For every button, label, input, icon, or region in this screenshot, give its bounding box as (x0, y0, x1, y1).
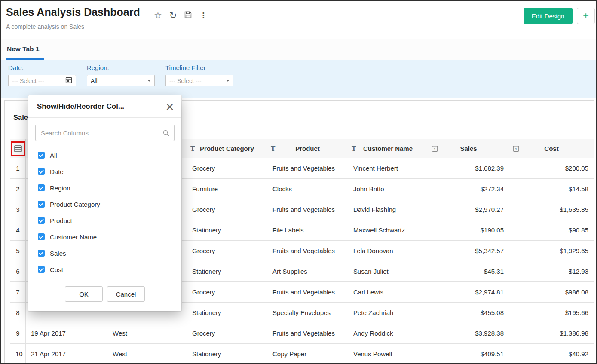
page-subtitle: A complete analysis on Sales (6, 23, 84, 30)
show-hide-reorder-dialog: Show/Hide/Reorder Col... × All Date Regi… (28, 95, 181, 311)
timeline-filter-label: Timeline Filter (165, 64, 233, 71)
column-option[interactable]: Sales (35, 245, 175, 261)
column-header-customer-name[interactable]: T Customer Name (348, 139, 428, 158)
sales-cell: $2,974.81 (428, 282, 509, 303)
column-header-product-category[interactable]: T Product Category (187, 139, 267, 158)
ok-button[interactable]: OK (65, 286, 103, 302)
product-cell: Fruits and Vegetables (267, 199, 348, 220)
sales-cell: $190.05 (428, 220, 509, 241)
row-number-cell: 5 (10, 241, 26, 261)
checkbox-checked-icon[interactable] (38, 152, 45, 159)
column-option[interactable]: All (35, 147, 175, 163)
tab-bar: New Tab 1 (1, 39, 596, 60)
app-window: Sales Analysis Dashboard A complete anal… (0, 0, 597, 364)
column-header-cost[interactable]: 1 Cost (509, 139, 594, 158)
date-filter-value: --- Select --- (12, 77, 44, 84)
cost-cell: $1,386.98 (509, 323, 594, 344)
product-category-cell: Grocery (187, 282, 267, 303)
row-number-cell: 8 (10, 303, 26, 323)
cost-cell: $14.58 (509, 179, 594, 199)
product-cell: Fruits and Vegetables (267, 323, 348, 344)
dialog-footer: OK Cancel (28, 280, 181, 311)
date-filter-group: Date: --- Select --- (8, 64, 76, 86)
refresh-icon[interactable]: ↻ (169, 11, 177, 20)
add-button[interactable]: + (577, 8, 595, 24)
number-type-icon: 1 (513, 145, 519, 152)
column-option-label: Region (50, 184, 70, 192)
product-category-cell: Stationery (187, 344, 267, 364)
product-cell: Art Supplies (267, 261, 348, 282)
text-type-icon: T (352, 145, 356, 152)
customer-name-cell: Venus Powell (348, 344, 428, 364)
customer-name-cell: Pete Zachriah (348, 303, 428, 323)
timeline-filter-value: --- Select --- (169, 77, 202, 84)
checkbox-checked-icon[interactable] (38, 217, 45, 224)
text-type-icon: T (271, 145, 275, 152)
cost-cell: $90.85 (509, 220, 594, 241)
timeline-filter-select[interactable]: --- Select --- (165, 75, 233, 86)
star-icon[interactable]: ☆ (154, 11, 162, 20)
kebab-menu-icon[interactable]: ⋮ (199, 12, 207, 19)
checkbox-checked-icon[interactable] (38, 201, 45, 208)
product-category-cell: Grocery (187, 199, 267, 220)
sales-cell: $2,970.27 (428, 199, 509, 220)
edit-design-button[interactable]: Edit Design (524, 8, 573, 24)
checkbox-checked-icon[interactable] (38, 233, 45, 240)
column-header-sales[interactable]: 1 Sales (428, 139, 509, 158)
row-number-cell: 10 (10, 344, 26, 364)
save-icon[interactable] (184, 11, 192, 21)
date-filter-select[interactable]: --- Select --- (8, 75, 76, 86)
calendar-icon[interactable] (65, 76, 72, 85)
column-header-label: Customer Name (363, 145, 413, 152)
region-filter-label: Region: (87, 64, 155, 71)
column-option[interactable]: Date (35, 163, 175, 180)
sales-cell: $3,928.38 (428, 323, 509, 344)
product-cell: File Labels (267, 220, 348, 241)
column-option[interactable]: Cost (35, 261, 175, 278)
table-row[interactable]: 10 21 Apr 2017 West Stationery Copy Pape… (10, 344, 594, 364)
cost-cell: $986.08 (509, 282, 594, 303)
column-option[interactable]: Customer Name (35, 229, 175, 245)
svg-text:1: 1 (515, 147, 517, 151)
product-cell: Fruits and Vegetables (267, 241, 348, 261)
column-option-label: Date (50, 168, 64, 175)
region-filter-group: Region: All (87, 64, 155, 86)
date-filter-label: Date: (8, 64, 76, 71)
number-type-icon: 1 (432, 145, 438, 152)
tab-new-tab-1[interactable]: New Tab 1 (6, 39, 44, 60)
dialog-body: All Date Region Product Category Product… (28, 118, 181, 280)
chevron-down-icon (226, 80, 230, 82)
column-option[interactable]: Product Category (35, 196, 175, 212)
checkbox-checked-icon[interactable] (38, 266, 45, 273)
table-row[interactable]: 9 19 Apr 2017 West Grocery Fruits and Ve… (10, 323, 594, 344)
product-category-cell: Grocery (187, 241, 267, 261)
region-filter-select[interactable]: All (87, 75, 155, 86)
sales-cell: $455.08 (428, 303, 509, 323)
cost-cell: $1,929.65 (509, 241, 594, 261)
cancel-button[interactable]: Cancel (107, 286, 145, 302)
row-number-cell: 7 (10, 282, 26, 303)
row-number-cell: 6 (10, 261, 26, 282)
sales-cell: $45.31 (428, 261, 509, 282)
cost-cell: $12.93 (509, 261, 594, 282)
region-cell: West (107, 323, 187, 344)
search-columns-input[interactable] (36, 125, 174, 141)
product-cell: Fruits and Vegetables (267, 282, 348, 303)
close-icon[interactable]: × (165, 101, 175, 112)
checkbox-checked-icon[interactable] (38, 250, 45, 257)
date-cell: 21 Apr 2017 (26, 344, 107, 364)
customer-name-cell: Andy Roddick (348, 323, 428, 344)
sales-cell: $1,682.39 (428, 158, 509, 179)
product-category-cell: Grocery (187, 323, 267, 344)
column-option[interactable]: Region (35, 180, 175, 196)
row-number-cell: 1 (10, 158, 26, 179)
checkbox-checked-icon[interactable] (38, 168, 45, 175)
column-header-product[interactable]: T Product (267, 139, 348, 158)
text-type-icon: T (190, 145, 195, 152)
checkbox-checked-icon[interactable] (38, 184, 45, 191)
column-option-label: All (50, 152, 57, 159)
chevron-down-icon (147, 80, 151, 82)
column-option[interactable]: Product (35, 212, 175, 229)
column-chooser-icon[interactable] (14, 144, 22, 153)
product-category-cell: Furniture (187, 179, 267, 199)
